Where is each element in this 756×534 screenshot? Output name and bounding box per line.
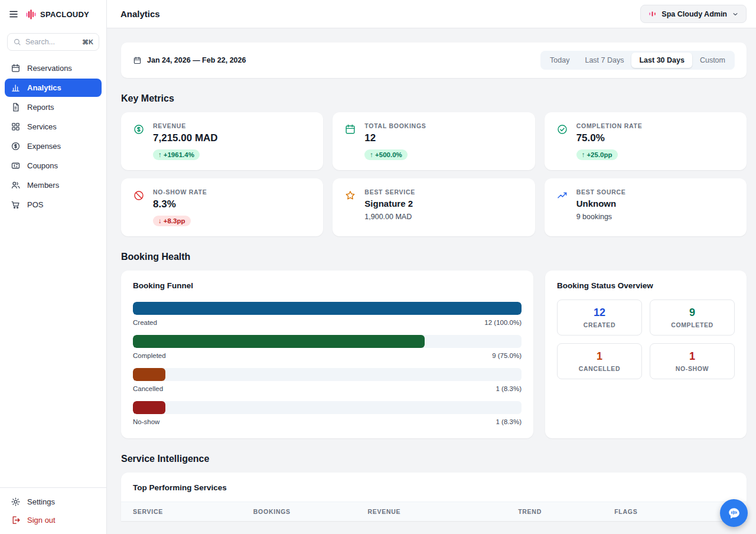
chevron-down-icon <box>732 11 739 18</box>
sidebar-item-settings[interactable]: Settings <box>5 493 102 511</box>
funnel-stage-label: Cancelled <box>133 385 163 392</box>
status-overview-title: Booking Status Overview <box>557 281 735 290</box>
sidebar-item-members[interactable]: Members <box>5 176 102 194</box>
funnel-bar <box>133 368 165 381</box>
sidebar-item-label: Members <box>27 181 59 190</box>
date-range-text: Jan 24, 2026 — Feb 22, 2026 <box>147 56 246 64</box>
column-header-service: SERVICE <box>133 508 253 515</box>
column-header-revenue: REVENUE <box>367 508 518 515</box>
sidebar-item-label: Coupons <box>27 161 58 170</box>
metric-value: Signature 2 <box>364 198 415 209</box>
section-title-booking-health: Booking Health <box>121 252 747 262</box>
metric-value: 8.3% <box>153 198 207 210</box>
metric-label: BEST SERVICE <box>364 188 415 196</box>
section-title-service-intelligence: Service Intelligence <box>121 454 747 464</box>
metric-subtext: 9 bookings <box>576 213 626 221</box>
funnel-bar-track <box>133 401 522 414</box>
trend-badge: ↑ +500.0% <box>364 149 407 160</box>
sidebar-item-label: Settings <box>27 497 55 506</box>
funnel-stage-label: Completed <box>133 352 166 359</box>
brand-logo: SPACLOUDY <box>25 8 89 21</box>
chat-bubble-icon <box>727 506 741 520</box>
sidebar-nav: Reservations Analytics Reports Services … <box>0 57 106 214</box>
sign-out-button[interactable]: Sign out <box>5 511 102 529</box>
metric-card-no-show-rate: NO-SHOW RATE 8.3% ↓ +8.3pp <box>121 178 323 236</box>
trending-up-icon <box>556 188 568 226</box>
sidebar-item-services[interactable]: Services <box>5 118 102 136</box>
column-header-trend: TREND <box>518 508 614 515</box>
status-box-created: 12 CREATED <box>557 299 642 336</box>
metric-card-total-bookings: TOTAL BOOKINGS 12 ↑ +500.0% <box>333 112 535 170</box>
dollar-circle-icon <box>133 122 145 160</box>
arrow-down-icon: ↓ <box>158 217 162 224</box>
funnel-stage-value: 12 (100.0%) <box>484 319 522 326</box>
sidebar-footer: Settings Sign out <box>0 487 106 534</box>
metric-value: 12 <box>364 132 426 144</box>
table-header-row: SERVICE BOOKINGS REVENUE TREND FLAGS <box>121 502 747 521</box>
status-label: COMPLETED <box>655 321 729 328</box>
grid-icon <box>11 122 21 132</box>
funnel-bar <box>133 302 522 315</box>
metric-value: 75.0% <box>576 132 643 144</box>
coupon-icon <box>11 161 21 171</box>
funnel-stage-value: 1 (8.3%) <box>496 385 522 392</box>
users-icon <box>11 180 21 190</box>
check-circle-icon <box>556 122 568 160</box>
funnel-row-completed: Completed 9 (75.0%) <box>133 335 522 359</box>
column-header-flags: FLAGS <box>614 508 735 515</box>
hamburger-menu-icon[interactable] <box>8 8 19 20</box>
column-header-bookings: BOOKINGS <box>253 508 368 515</box>
sidebar-item-reservations[interactable]: Reservations <box>5 59 102 77</box>
metric-label: TOTAL BOOKINGS <box>364 122 426 129</box>
badge-text: +8.3pp <box>164 217 185 224</box>
calendar-icon <box>133 56 142 65</box>
sidebar-item-expenses[interactable]: Expenses <box>5 137 102 155</box>
account-menu-button[interactable]: Spa Cloudy Admin <box>640 5 747 23</box>
table-title: Top Performing Services <box>121 483 747 502</box>
metric-card-completion-rate: COMPLETION RATE 75.0% ↑ +25.0pp <box>545 112 747 170</box>
date-range-segmented-control: Today Last 7 Days Last 30 Days Custom <box>540 51 735 70</box>
sidebar-item-label: Services <box>27 122 57 131</box>
metric-subtext: 1,900.00 MAD <box>364 213 415 221</box>
sidebar-item-coupons[interactable]: Coupons <box>5 157 102 175</box>
search-input[interactable]: Search... ⌘K <box>7 33 99 51</box>
sidebar-item-analytics[interactable]: Analytics <box>5 79 102 97</box>
trend-badge: ↓ +8.3pp <box>153 216 191 226</box>
booking-status-overview-card: Booking Status Overview 12 CREATED 9 COM… <box>545 271 747 438</box>
brand-name: SPACLOUDY <box>40 10 89 19</box>
content: Jan 24, 2026 — Feb 22, 2026 Today Last 7… <box>107 28 756 534</box>
range-option-last-30-days[interactable]: Last 30 Days <box>631 53 692 68</box>
arrow-up-icon: ↑ <box>158 151 162 158</box>
search-shortcut: ⌘K <box>82 38 93 46</box>
chat-widget-button[interactable] <box>720 499 748 527</box>
sidebar-item-reports[interactable]: Reports <box>5 98 102 116</box>
status-label: CREATED <box>562 321 637 328</box>
status-count: 12 <box>562 307 637 319</box>
gear-icon <box>11 497 21 507</box>
sidebar-item-label: Reservations <box>27 64 72 73</box>
funnel-bar-track <box>133 335 522 348</box>
metric-label: REVENUE <box>153 122 218 129</box>
status-count: 1 <box>655 350 729 363</box>
funnel-stage-value: 9 (75.0%) <box>492 352 522 359</box>
main-area: Analytics Spa Cloudy Admin <box>107 0 756 534</box>
section-title-key-metrics: Key Metrics <box>121 93 747 104</box>
booking-health-grid: Booking Funnel Created 12 (100.0%) <box>121 271 747 438</box>
calendar-icon <box>11 63 21 73</box>
sidebar-item-label: Reports <box>27 103 54 112</box>
range-option-custom[interactable]: Custom <box>692 53 733 68</box>
range-option-last-7-days[interactable]: Last 7 Days <box>577 53 631 68</box>
metric-card-best-service: BEST SERVICE Signature 2 1,900.00 MAD <box>333 178 535 236</box>
trend-badge: ↑ +1961.4% <box>153 149 200 160</box>
trend-badge: ↑ +25.0pp <box>576 149 618 160</box>
funnel-row-created: Created 12 (100.0%) <box>133 302 522 326</box>
status-grid: 12 CREATED 9 COMPLETED 1 CANCELLED 1 <box>557 299 735 379</box>
range-option-today[interactable]: Today <box>542 53 577 68</box>
shopping-cart-icon <box>11 200 21 210</box>
dollar-circle-icon <box>11 141 21 151</box>
sidebar-item-label: Sign out <box>27 516 56 525</box>
sidebar-item-pos[interactable]: POS <box>5 196 102 214</box>
metric-label: NO-SHOW RATE <box>153 188 207 196</box>
metric-label: COMPLETION RATE <box>576 122 643 129</box>
status-label: CANCELLED <box>562 365 637 372</box>
